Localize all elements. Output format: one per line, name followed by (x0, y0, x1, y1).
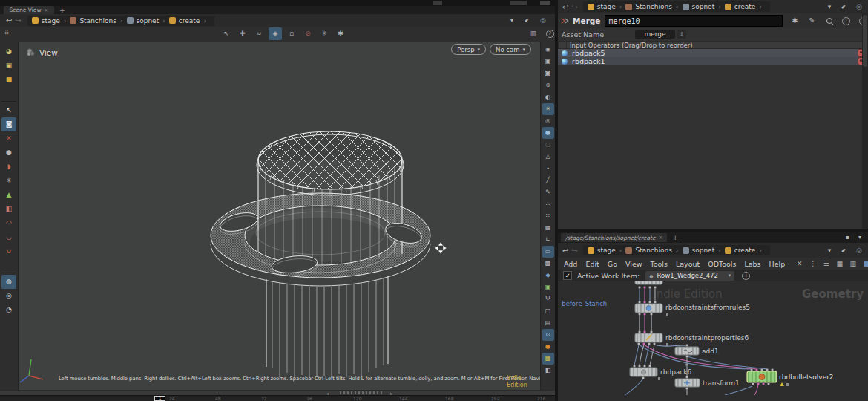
node-label[interactable]: rbdconstraintsfromrules5 (665, 304, 750, 311)
playhead[interactable]: 1 (154, 396, 165, 401)
capsule-icon[interactable]: ◗ (1, 160, 16, 174)
constraint-point-icon[interactable]: ◡ (1, 230, 16, 244)
brush-icon[interactable]: ✎ (807, 16, 817, 26)
gear-icon[interactable]: ✱ (790, 16, 800, 26)
node-label[interactable]: add1 (702, 348, 719, 355)
forward-arrow-icon[interactable]: ↪ (15, 16, 21, 25)
cone-icon[interactable]: △ (542, 151, 554, 163)
back-arrow-icon[interactable]: ↩ (562, 247, 568, 255)
input-operator-row[interactable]: rbdpack5 (558, 49, 868, 57)
tab-close-icon[interactable]: × (659, 235, 663, 241)
lock-box-icon[interactable]: ▣ (1, 59, 16, 73)
constraint-box-icon[interactable]: ◧ (1, 202, 16, 216)
breadcrumb-item-stage[interactable]: stage› (588, 2, 626, 12)
breadcrumb-item-create[interactable]: create› (725, 246, 766, 255)
image-plane-icon[interactable]: ▤ (542, 317, 554, 329)
no-entry-icon[interactable]: ⊘ (301, 27, 315, 40)
pin-icon[interactable]: ✒ (840, 2, 849, 11)
breadcrumb-item-stanchions[interactable]: Stanchions› (625, 246, 682, 255)
particles-icon[interactable]: ▲ (1, 188, 16, 202)
display-options-icon[interactable]: ✱ (334, 27, 347, 40)
wireframe-sphere-icon[interactable]: ◍ (1, 275, 16, 289)
breadcrumb-item-stanchions[interactable]: Stanchions› (70, 16, 126, 25)
sim-view-icon[interactable]: ◈ (269, 27, 282, 40)
path-dropdown-icon[interactable]: ▾ (825, 246, 834, 255)
scene-view-tab[interactable]: Scene View × (4, 6, 54, 14)
pin-icon[interactable]: ✒ (840, 246, 849, 255)
pane-split-icon[interactable]: ▥ (848, 259, 858, 269)
point-markers-icon[interactable]: ∷ (542, 210, 554, 222)
menu-item[interactable]: Edit (585, 260, 599, 268)
lock-icon[interactable]: ◙ (542, 68, 554, 79)
select-tool-icon[interactable]: ↖ (220, 27, 233, 40)
input-connected-icon[interactable] (562, 59, 568, 65)
line-icon[interactable]: ╱ (542, 175, 554, 186)
sphere-icon[interactable]: ● (1, 146, 16, 160)
model-sphere-icon[interactable]: ◕ (1, 45, 16, 59)
character-icon[interactable]: ✳ (318, 27, 331, 40)
node-label[interactable]: rbdbulletsolver2 (779, 374, 834, 381)
forward-arrow-icon[interactable]: ↪ (571, 3, 577, 11)
viewport[interactable]: View Persp▾ No cam▾ (19, 42, 540, 390)
lightbulb-icon[interactable]: ☀ (542, 103, 554, 115)
network-canvas[interactable]: Indie Edition Geometry _before_Stanch (558, 281, 868, 395)
diamond-icon[interactable]: ◆ (542, 270, 554, 281)
point-icon[interactable]: ∙ (542, 163, 554, 175)
select-frame-icon[interactable]: ▣ (542, 56, 554, 68)
menu-item[interactable]: Go (608, 260, 617, 268)
menu-item[interactable]: Tools (651, 260, 668, 268)
menu-item[interactable]: Layout (676, 260, 700, 268)
input-connected-icon[interactable] (562, 50, 568, 56)
visualize-icon[interactable]: ◎ (1, 289, 16, 303)
select-arrow-icon[interactable]: ↖ (1, 103, 16, 117)
tree-view-icon[interactable]: ⋮ (808, 259, 818, 269)
breadcrumb-item-sopnet[interactable]: sopnet› (127, 16, 169, 25)
breadcrumb-item-stanchions[interactable]: Stanchions› (625, 2, 682, 12)
network-tab[interactable]: /stage/Stanchions/sopnet/create × (561, 233, 667, 242)
lasso-icon[interactable]: ◌ (542, 139, 554, 151)
pivot-icon[interactable]: ⊕ (542, 79, 554, 91)
orbit-icon[interactable]: ◐ (542, 91, 554, 103)
view-sphere-icon[interactable]: ● (542, 127, 554, 139)
shaded-sphere-icon[interactable]: ◔ (1, 303, 16, 317)
menu-item[interactable]: Labs (744, 260, 760, 268)
skeleton-icon[interactable]: ✳ (1, 174, 16, 188)
flatten-icon[interactable]: ▭ (542, 246, 554, 258)
input-operator-row[interactable]: rbdpack1 (558, 57, 868, 65)
node-ref-icon[interactable]: ■ (861, 259, 868, 269)
pose-tool-icon[interactable]: ≈ (252, 27, 266, 40)
breadcrumb-item-create[interactable]: create› (169, 16, 210, 25)
tab-close-icon[interactable]: × (45, 7, 49, 13)
pen-icon[interactable]: ✎ (542, 186, 554, 198)
breadcrumb-item-create[interactable]: create› (725, 2, 766, 12)
node-name-field[interactable] (605, 15, 783, 27)
asset-name-stepper[interactable]: ⇕ (677, 30, 686, 39)
new-tab-button[interactable]: + (672, 234, 678, 241)
list-view-icon[interactable]: ☰ (821, 259, 831, 269)
ghost-icon[interactable]: ◎ (542, 115, 554, 127)
camera-icon[interactable]: ◧ (542, 365, 554, 376)
grid-snap-icon[interactable]: ▦ (542, 353, 554, 365)
scroll-handle[interactable] (340, 391, 384, 394)
pin-icon[interactable]: ✒ (523, 16, 532, 25)
menu-item[interactable]: Add (564, 260, 577, 268)
asset-name-select[interactable]: merge (635, 30, 675, 39)
radial-menu-icon[interactable]: ◎ (539, 16, 548, 25)
menu-item[interactable]: View (625, 260, 642, 268)
breadcrumb-item-stage[interactable]: stage› (588, 246, 626, 255)
move-tool-icon[interactable]: ✚ (236, 27, 249, 40)
path-dropdown-icon[interactable]: ▾ (507, 16, 516, 25)
constraint-curve-icon[interactable]: ◠ (1, 216, 16, 230)
point-numbers-icon[interactable]: ∴ (542, 198, 554, 210)
radial-menu-icon[interactable]: ◎ (855, 246, 864, 255)
new-tab-button[interactable]: + (59, 7, 65, 14)
breadcrumb-item-stage[interactable]: stage› (32, 16, 70, 25)
back-arrow-icon[interactable]: ↩ (562, 3, 568, 11)
param-scroll-thumb[interactable] (863, 15, 867, 67)
secure-lock-icon[interactable]: ◙ (1, 117, 16, 131)
param-scrollbar[interactable] (862, 13, 868, 229)
group-box-icon[interactable]: ▣ (542, 281, 554, 293)
node-label[interactable]: rbdconstraintproperties6 (665, 334, 749, 342)
checker-icon[interactable]: ▩ (542, 258, 554, 270)
pane-menu-icon[interactable]: ▾ (856, 234, 864, 241)
